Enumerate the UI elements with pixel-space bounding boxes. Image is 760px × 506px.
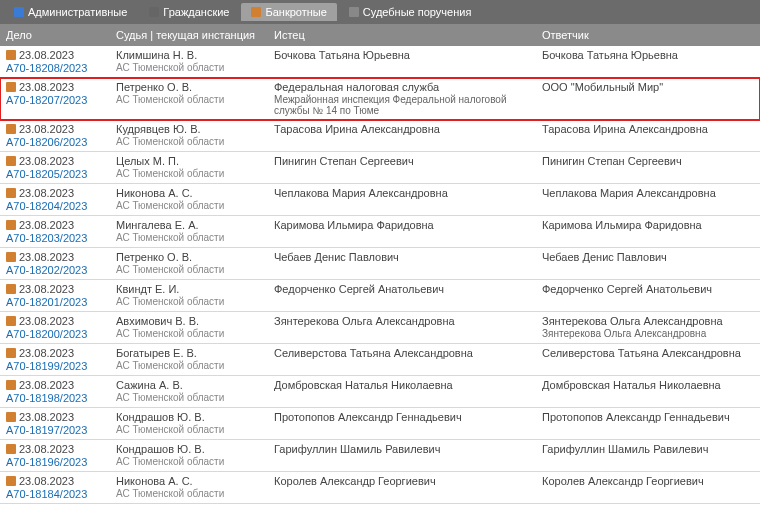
case-cell: 23.08.2023А70-18208/2023: [0, 49, 112, 74]
tab-Гражданские[interactable]: Гражданские: [139, 3, 239, 21]
table-header: Дело Судья | текущая инстанция Истец Отв…: [0, 24, 760, 46]
tab-icon: [149, 7, 159, 17]
table-row[interactable]: 23.08.2023А70-18200/2023Авхимович В. В.А…: [0, 312, 760, 344]
table-row[interactable]: 23.08.2023А70-18196/2023Кондрашов Ю. В.А…: [0, 440, 760, 472]
table-row[interactable]: 23.08.2023А70-18197/2023Кондрашов Ю. В.А…: [0, 408, 760, 440]
judge-name: Никонова А. С.: [116, 475, 270, 487]
bankruptcy-icon: [6, 316, 16, 326]
case-number-link[interactable]: А70-18202/2023: [6, 264, 112, 276]
defendant-name: Бочкова Татьяна Юрьевна: [542, 49, 760, 61]
case-cell: 23.08.2023А70-18200/2023: [0, 315, 112, 340]
plaintiff-cell: Гарифуллин Шамиль Равилевич: [270, 443, 538, 468]
table-row[interactable]: 23.08.2023А70-18199/2023Богатырев Е. В.А…: [0, 344, 760, 376]
plaintiff-cell: Королев Александр Георгиевич: [270, 475, 538, 500]
tab-icon: [251, 7, 261, 17]
defendant-cell: Чеплакова Мария Александровна: [538, 187, 760, 212]
case-cell: 23.08.2023А70-18201/2023: [0, 283, 112, 308]
tab-icon: [349, 7, 359, 17]
case-date: 23.08.2023: [19, 81, 74, 93]
table-body: 23.08.2023А70-18208/2023Климшина Н. В.АС…: [0, 46, 760, 506]
table-row[interactable]: 23.08.2023А70-18205/2023Целых М. П.АС Тю…: [0, 152, 760, 184]
bankruptcy-icon: [6, 252, 16, 262]
court-name: АС Тюменской области: [116, 296, 270, 307]
header-judge: Судья | текущая инстанция: [112, 29, 270, 41]
table-row[interactable]: 23.08.2023А70-18206/2023Кудрявцев Ю. В.А…: [0, 120, 760, 152]
defendant-cell: Гарифуллин Шамиль Равилевич: [538, 443, 760, 468]
case-number-link[interactable]: А70-18196/2023: [6, 456, 112, 468]
case-number-link[interactable]: А70-18201/2023: [6, 296, 112, 308]
defendant-cell: Тарасова Ирина Александровна: [538, 123, 760, 148]
court-name: АС Тюменской области: [116, 328, 270, 339]
judge-name: Сажина А. В.: [116, 379, 270, 391]
plaintiff-name: Протопопов Александр Геннадьевич: [274, 411, 538, 423]
plaintiff-detail: Межрайонная инспекция Федеральной налого…: [274, 94, 538, 116]
table-row[interactable]: 23.08.2023А70-18207/2023Петренко О. В.АС…: [0, 78, 760, 120]
table-row[interactable]: 23.08.2023А70-18198/2023Сажина А. В.АС Т…: [0, 376, 760, 408]
table-row[interactable]: 23.08.2023А70-18201/2023Квиндт Е. И.АС Т…: [0, 280, 760, 312]
table-row[interactable]: 23.08.2023А70-18202/2023Петренко О. В.АС…: [0, 248, 760, 280]
tab-label: Административные: [28, 6, 127, 18]
table-row[interactable]: 23.08.2023А70-18184/2023Никонова А. С.АС…: [0, 472, 760, 504]
case-number-link[interactable]: А70-18207/2023: [6, 94, 112, 106]
judge-name: Петренко О. В.: [116, 81, 270, 93]
case-date: 23.08.2023: [19, 251, 74, 263]
tab-Банкротные[interactable]: Банкротные: [241, 3, 336, 21]
case-cell: 23.08.2023А70-18202/2023: [0, 251, 112, 276]
defendant-cell: Королев Александр Георгиевич: [538, 475, 760, 500]
tab-icon: [14, 7, 24, 17]
defendant-name: Тарасова Ирина Александровна: [542, 123, 760, 135]
defendant-cell: Бочкова Татьяна Юрьевна: [538, 49, 760, 74]
judge-name: Никонова А. С.: [116, 187, 270, 199]
table-row[interactable]: 23.08.2023А70-18203/2023Мингалева Е. А.А…: [0, 216, 760, 248]
court-name: АС Тюменской области: [116, 392, 270, 403]
case-number-link[interactable]: А70-18200/2023: [6, 328, 112, 340]
defendant-name: Протопопов Александр Геннадьевич: [542, 411, 760, 423]
defendant-name: Гарифуллин Шамиль Равилевич: [542, 443, 760, 455]
bankruptcy-icon: [6, 50, 16, 60]
header-plaintiff: Истец: [270, 29, 538, 41]
case-cell: 23.08.2023А70-18207/2023: [0, 81, 112, 116]
case-number-link[interactable]: А70-18205/2023: [6, 168, 112, 180]
table-row[interactable]: 23.08.2023А70-18204/2023Никонова А. С.АС…: [0, 184, 760, 216]
judge-name: Кондрашов Ю. В.: [116, 411, 270, 423]
tab-label: Гражданские: [163, 6, 229, 18]
plaintiff-name: Королев Александр Георгиевич: [274, 475, 538, 487]
judge-cell: Кудрявцев Ю. В.АС Тюменской области: [112, 123, 270, 148]
case-number-link[interactable]: А70-18198/2023: [6, 392, 112, 404]
court-name: АС Тюменской области: [116, 200, 270, 211]
judge-cell: Богатырев Е. В.АС Тюменской области: [112, 347, 270, 372]
case-cell: 23.08.2023А70-18205/2023: [0, 155, 112, 180]
bankruptcy-icon: [6, 348, 16, 358]
case-number-link[interactable]: А70-18203/2023: [6, 232, 112, 244]
court-name: АС Тюменской области: [116, 424, 270, 435]
plaintiff-name: Тарасова Ирина Александровна: [274, 123, 538, 135]
tab-Судебные поручения[interactable]: Судебные поручения: [339, 3, 482, 21]
judge-name: Богатырев Е. В.: [116, 347, 270, 359]
case-cell: 23.08.2023А70-18204/2023: [0, 187, 112, 212]
defendant-name: Селиверстова Татьяна Александровна: [542, 347, 760, 359]
judge-cell: Петренко О. В.АС Тюменской области: [112, 81, 270, 116]
case-number-link[interactable]: А70-18199/2023: [6, 360, 112, 372]
case-number-link[interactable]: А70-18206/2023: [6, 136, 112, 148]
judge-cell: Никонова А. С.АС Тюменской области: [112, 475, 270, 500]
bankruptcy-icon: [6, 444, 16, 454]
case-cell: 23.08.2023А70-18184/2023: [0, 475, 112, 500]
court-name: АС Тюменской области: [116, 168, 270, 179]
case-cell: 23.08.2023А70-18197/2023: [0, 411, 112, 436]
case-number-link[interactable]: А70-18184/2023: [6, 488, 112, 500]
judge-name: Кудрявцев Ю. В.: [116, 123, 270, 135]
defendant-name: Чеплакова Мария Александровна: [542, 187, 760, 199]
case-number-link[interactable]: А70-18208/2023: [6, 62, 112, 74]
case-date: 23.08.2023: [19, 443, 74, 455]
tab-Административные[interactable]: Административные: [4, 3, 137, 21]
defendant-name: Пинигин Степан Сергеевич: [542, 155, 760, 167]
case-number-link[interactable]: А70-18204/2023: [6, 200, 112, 212]
defendant-name: Каримова Ильмира Фаридовна: [542, 219, 760, 231]
plaintiff-name: Чебаев Денис Павлович: [274, 251, 538, 263]
case-number-link[interactable]: А70-18197/2023: [6, 424, 112, 436]
case-date: 23.08.2023: [19, 155, 74, 167]
table-row[interactable]: 23.08.2023А70-18208/2023Климшина Н. В.АС…: [0, 46, 760, 78]
case-date: 23.08.2023: [19, 347, 74, 359]
plaintiff-name: Каримова Ильмира Фаридовна: [274, 219, 538, 231]
case-date: 23.08.2023: [19, 283, 74, 295]
